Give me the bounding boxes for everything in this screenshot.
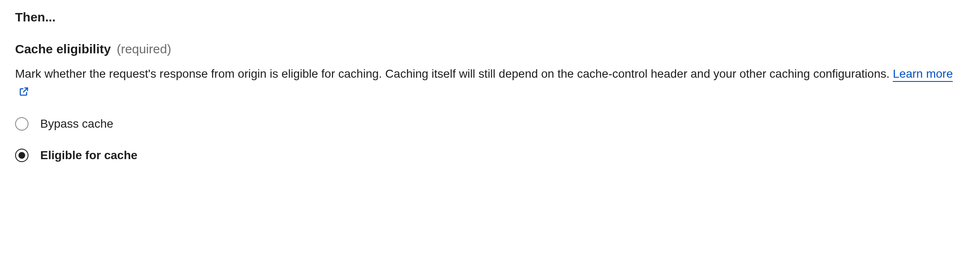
external-link-icon [18,86,29,97]
radio-dot-icon [18,152,25,159]
radio-label: Bypass cache [40,115,113,132]
section-header: Then... [15,8,965,26]
required-tag: (required) [117,40,171,58]
radio-bypass-cache[interactable]: Bypass cache [15,115,965,132]
field-description: Mark whether the request's response from… [15,66,962,100]
radio-group: Bypass cache Eligible for cache [15,115,965,163]
description-text: Mark whether the request's response from… [15,67,893,80]
field-label: Cache eligibility [15,40,111,58]
radio-indicator [15,117,29,131]
learn-more-link[interactable]: Learn more [893,67,953,82]
radio-label: Eligible for cache [40,147,137,163]
radio-indicator [15,149,29,162]
radio-eligible-for-cache[interactable]: Eligible for cache [15,147,965,163]
field-label-row: Cache eligibility (required) [15,40,965,58]
